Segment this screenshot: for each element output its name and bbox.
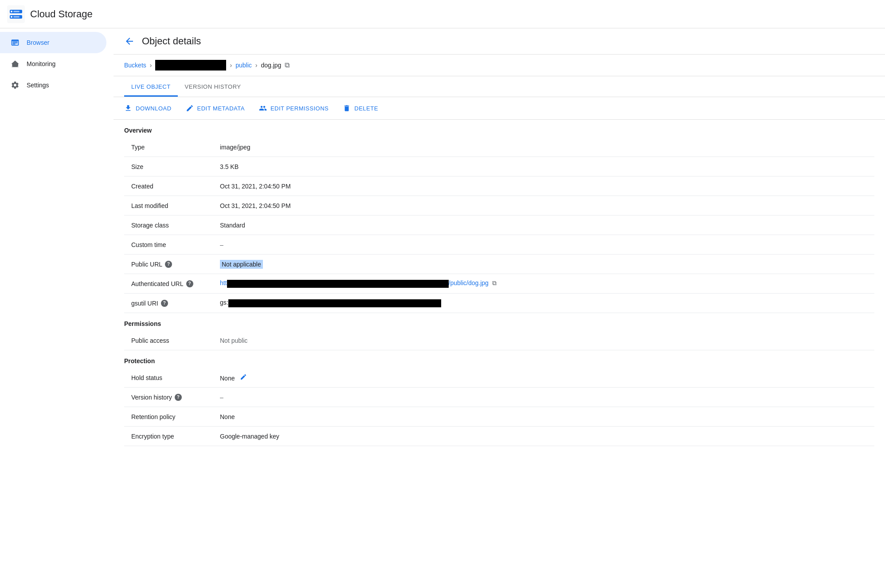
top-header: Cloud Storage — [0, 0, 885, 28]
detail-value-hold-status: None — [220, 373, 867, 382]
breadcrumb-bucket-name-redacted — [155, 60, 226, 71]
breadcrumb-sep-1: › — [150, 62, 152, 69]
detail-value-public-url: Not applicable — [220, 261, 867, 268]
detail-row-hold-status: Hold status None — [124, 368, 874, 388]
detail-label-version-history: Version history ? — [131, 394, 220, 401]
detail-row-public-url: Public URL ? Not applicable — [124, 255, 874, 274]
detail-label-public-url: Public URL ? — [131, 261, 220, 268]
gsutil-uri-redacted — [228, 299, 441, 307]
detail-label-gsutil-uri: gsutil URI ? — [131, 300, 220, 307]
delete-label: DELETE — [354, 105, 378, 112]
detail-row-last-modified: Last modified Oct 31, 2021, 2:04:50 PM — [124, 196, 874, 216]
app-title: Cloud Storage — [30, 8, 93, 20]
detail-label-created: Created — [131, 183, 220, 190]
svg-rect-12 — [16, 65, 17, 66]
detail-value-authenticated-url[interactable]: htt/public/dog.jpg ⧉ — [220, 279, 867, 287]
svg-rect-7 — [12, 42, 18, 43]
header-logo: Cloud Storage — [7, 5, 93, 23]
detail-value-public-access: Not public — [220, 337, 867, 344]
detail-value-custom-time: – — [220, 241, 867, 248]
detail-label-size: Size — [131, 163, 220, 170]
sidebar: Browser Monitoring Settings — [0, 28, 114, 588]
detail-row-custom-time: Custom time – — [124, 235, 874, 255]
svg-rect-6 — [13, 16, 20, 17]
detail-value-last-modified: Oct 31, 2021, 2:04:50 PM — [220, 202, 867, 209]
edit-permissions-label: EDIT PERMISSIONS — [270, 105, 329, 112]
protection-section-header: Protection — [124, 350, 874, 368]
settings-icon — [11, 81, 20, 90]
detail-value-created: Oct 31, 2021, 2:04:50 PM — [220, 183, 867, 190]
download-label: DOWNLOAD — [136, 105, 172, 112]
detail-value-size: 3.5 KB — [220, 163, 867, 170]
svg-rect-11 — [14, 63, 15, 67]
detail-value-retention-policy: None — [220, 413, 867, 420]
svg-point-3 — [11, 11, 12, 12]
detail-row-public-access: Public access Not public — [124, 331, 874, 350]
detail-value-storage-class: Standard — [220, 222, 867, 229]
detail-label-retention-policy: Retention policy — [131, 413, 220, 420]
public-url-help-icon[interactable]: ? — [165, 261, 172, 268]
hold-status-edit-icon[interactable] — [240, 375, 247, 382]
gsutil-uri-help-icon[interactable]: ? — [161, 300, 168, 307]
tab-version-history[interactable]: VERSION HISTORY — [178, 76, 248, 97]
sidebar-item-monitoring-label: Monitoring — [27, 60, 55, 67]
delete-button[interactable]: DELETE — [343, 104, 378, 112]
content-area: Object details Buckets › › public › dog.… — [114, 28, 885, 588]
svg-rect-8 — [12, 43, 18, 43]
authenticated-url-help-icon[interactable]: ? — [186, 280, 193, 287]
page-title: Object details — [142, 35, 201, 47]
detail-label-last-modified: Last modified — [131, 202, 220, 209]
action-bar: DOWNLOAD EDIT METADATA EDIT PERMISSIONS … — [114, 97, 885, 120]
copy-auth-url-icon[interactable]: ⧉ — [492, 279, 497, 286]
detail-row-encryption-type: Encryption type Google-managed key — [124, 427, 874, 446]
detail-row-version-history: Version history ? – — [124, 388, 874, 407]
detail-value-type: image/jpeg — [220, 144, 867, 151]
download-button[interactable]: DOWNLOAD — [124, 104, 172, 112]
copy-filename-icon[interactable]: ⧉ — [285, 61, 290, 69]
browser-icon — [11, 38, 20, 47]
breadcrumb-sep-3: › — [255, 62, 258, 69]
detail-value-gsutil-uri: gs: — [220, 299, 867, 307]
detail-row-storage-class: Storage class Standard — [124, 216, 874, 235]
svg-point-4 — [11, 16, 12, 18]
cloud-storage-logo-icon — [7, 5, 25, 23]
page-header: Object details — [114, 28, 885, 55]
back-button[interactable] — [124, 36, 135, 47]
permissions-section-header: Permissions — [124, 313, 874, 331]
breadcrumb-filename: dog.jpg — [261, 62, 281, 69]
tab-live-object[interactable]: LIVE OBJECT — [124, 76, 178, 97]
monitoring-icon — [11, 59, 20, 68]
detail-row-gsutil-uri: gsutil URI ? gs: — [124, 294, 874, 313]
sidebar-item-settings-label: Settings — [27, 82, 49, 89]
detail-label-type: Type — [131, 144, 220, 151]
svg-rect-0 — [7, 5, 25, 23]
main-layout: Browser Monitoring Settings Object deta — [0, 28, 885, 588]
edit-metadata-button[interactable]: EDIT METADATA — [186, 104, 245, 112]
sidebar-item-monitoring[interactable]: Monitoring — [0, 53, 106, 74]
edit-permissions-button[interactable]: EDIT PERMISSIONS — [259, 104, 329, 112]
detail-row-authenticated-url: Authenticated URL ? htt/public/dog.jpg ⧉ — [124, 274, 874, 294]
detail-label-hold-status: Hold status — [131, 374, 220, 381]
detail-label-public-access: Public access — [131, 337, 220, 344]
sidebar-item-browser[interactable]: Browser — [0, 32, 106, 53]
detail-row-size: Size 3.5 KB — [124, 157, 874, 176]
breadcrumb-buckets[interactable]: Buckets — [124, 62, 146, 69]
detail-row-type: Type image/jpeg — [124, 137, 874, 157]
svg-rect-10 — [12, 64, 13, 66]
breadcrumb-folder[interactable]: public — [235, 62, 252, 69]
overview-section-header: Overview — [124, 120, 874, 137]
breadcrumb-sep-2: › — [230, 62, 232, 69]
edit-metadata-label: EDIT METADATA — [197, 105, 245, 112]
svg-rect-5 — [13, 11, 20, 12]
version-history-help-icon[interactable]: ? — [175, 394, 182, 401]
detail-label-encryption-type: Encryption type — [131, 433, 220, 440]
tabs: LIVE OBJECT VERSION HISTORY — [114, 76, 885, 97]
detail-label-storage-class: Storage class — [131, 222, 220, 229]
detail-row-retention-policy: Retention policy None — [124, 407, 874, 427]
svg-rect-9 — [12, 44, 16, 45]
detail-row-created: Created Oct 31, 2021, 2:04:50 PM — [124, 176, 874, 196]
details-section: Overview Type image/jpeg Size 3.5 KB Cre… — [114, 120, 885, 446]
authenticated-url-redacted — [227, 280, 449, 288]
breadcrumb: Buckets › › public › dog.jpg ⧉ — [114, 55, 885, 76]
sidebar-item-settings[interactable]: Settings — [0, 74, 106, 96]
